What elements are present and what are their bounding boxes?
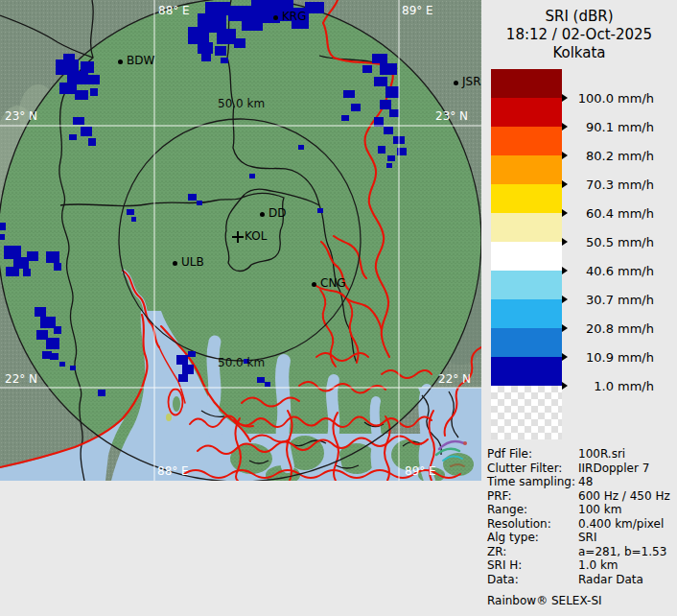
city-label: CNG	[320, 276, 346, 290]
legend-arrow-icon	[562, 267, 568, 274]
legend-color-swatch	[491, 69, 562, 98]
product-title: SRI (dBR)	[481, 8, 677, 26]
legend-color-swatch	[491, 155, 562, 184]
legend-color-swatch	[491, 98, 562, 127]
legend-entry: 1.0 mm/h	[562, 377, 667, 394]
ring-label-50km-bottom: 50.0 km	[218, 356, 265, 369]
legend-entry: 60.4 mm/h	[562, 204, 667, 222]
legend-arrow-icon	[562, 152, 568, 159]
meta-row: ZR:a=281, b=1.53	[487, 545, 675, 559]
legend-arrow-icon	[562, 209, 568, 217]
scan-datetime: 18:12 / 02-Oct-2025	[481, 26, 677, 44]
legend-color-swatch	[491, 242, 562, 271]
legend-color-swatch	[491, 213, 562, 242]
city-label: BDW	[127, 54, 154, 67]
legend-entry: 20.8 mm/h	[562, 320, 667, 337]
city-dot-icon	[173, 261, 177, 266]
lon-label-89e-bottom: 89° E	[405, 464, 436, 478]
meta-row: Range:100 km	[487, 503, 675, 517]
city-label: KOL	[245, 229, 267, 243]
lon-label-88e-top: 88° E	[158, 4, 190, 17]
meta-row: SRI H:1.0 km	[487, 558, 675, 573]
legend-arrow-icon	[562, 296, 568, 303]
radar-map: 88° E 89° E 88° E 89° E 23° N 23° N 22° …	[0, 0, 481, 481]
legend-color-swatch	[491, 299, 562, 328]
meta-row: Pdf File:100R.sri	[487, 447, 675, 462]
meta-row: Alg type:SRI	[487, 531, 675, 545]
legend-transparent-swatch	[491, 386, 562, 439]
legend-arrow-icon	[562, 353, 568, 361]
radar-site-cross-icon	[237, 231, 239, 243]
legend-arrow-icon	[562, 180, 568, 188]
lat-label-22n-right: 22° N	[438, 372, 471, 386]
city-dot-icon	[260, 212, 265, 217]
city-label: ULB	[181, 255, 204, 269]
meta-row: Clutter Filter:IIRDoppler 7	[487, 462, 675, 476]
legend-color-swatch	[491, 357, 562, 386]
meta-row: Resolution:0.400 km/pixel	[487, 517, 675, 532]
ring-label-50km-top: 50.0 km	[218, 97, 265, 110]
panel-header: SRI (dBR) 18:12 / 02-Oct-2025 Kolkata	[481, 8, 677, 62]
legend-color-swatch	[491, 127, 562, 155]
legend-arrow-icon	[562, 123, 568, 130]
legend-entry: 70.3 mm/h	[562, 176, 667, 193]
legend-arrow-icon	[562, 382, 568, 390]
lat-label-22n-left: 22° N	[5, 372, 37, 386]
legend-arrow-icon	[562, 324, 568, 332]
legend-entry: 90.1 mm/h	[562, 118, 667, 135]
city-label: KRG	[282, 10, 307, 23]
legend-arrow-icon	[562, 94, 568, 102]
info-panel: SRI (dBR) 18:12 / 02-Oct-2025 Kolkata 10…	[481, 0, 677, 616]
city-dot-icon	[454, 81, 458, 85]
legend-color-swatch	[491, 271, 562, 299]
legend-entry: 50.5 mm/h	[562, 233, 667, 250]
city-label: DD	[268, 206, 286, 220]
city-dot-icon	[273, 15, 278, 20]
meta-row: Time sampling:48	[487, 475, 675, 489]
city-dot-icon	[118, 59, 123, 64]
lat-label-23n-right: 23° N	[435, 109, 468, 123]
lat-label-23n-left: 23° N	[5, 109, 37, 123]
meta-row: Data:Radar Data	[487, 573, 675, 587]
scan-metadata: Pdf File:100R.sri Clutter Filter:IIRDopp…	[487, 447, 675, 586]
legend-arrow-icon	[562, 238, 568, 246]
estuary-sandbar	[166, 414, 172, 421]
meta-row: PRF:600 Hz / 450 Hz	[487, 489, 675, 504]
legend-color-swatch	[491, 184, 562, 213]
radar-viewer-window: 88° E 89° E 88° E 89° E 23° N 23° N 22° …	[0, 0, 677, 616]
legend-color-swatch	[491, 328, 562, 357]
radar-image	[0, 0, 481, 481]
city-dot-icon	[312, 282, 316, 287]
lon-label-89e-top: 89° E	[402, 4, 433, 17]
city-label: JSR	[462, 75, 481, 88]
software-brand: Rainbow® SELEX-SI	[487, 594, 602, 607]
legend-entry: 100.0 mm/h	[562, 89, 667, 107]
estuary-island	[173, 396, 180, 412]
legend-entry: 40.6 mm/h	[562, 262, 667, 279]
legend-entry: 80.2 mm/h	[562, 147, 667, 164]
legend-entry: 10.9 mm/h	[562, 348, 667, 366]
lon-label-88e-bottom: 88° E	[157, 464, 189, 478]
legend-entry: 30.7 mm/h	[562, 291, 667, 308]
station-name: Kolkata	[481, 44, 677, 62]
